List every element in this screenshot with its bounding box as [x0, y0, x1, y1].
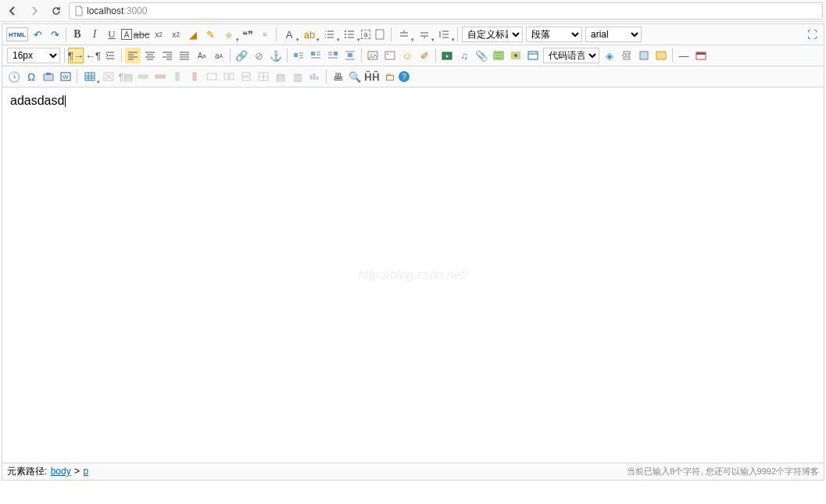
fullscreen-icon[interactable]: ⛶: [804, 27, 820, 42]
forward-button[interactable]: [25, 2, 44, 20]
formatmatch-icon[interactable]: ✎: [202, 27, 218, 42]
inserttable-icon[interactable]: ▾: [80, 69, 99, 84]
attachment-icon[interactable]: 📎: [474, 48, 489, 63]
path-p[interactable]: p: [83, 466, 88, 477]
cleardoc-icon[interactable]: [372, 27, 388, 42]
superscript-icon[interactable]: x2: [151, 27, 166, 42]
emotion-icon[interactable]: ☺: [399, 48, 415, 63]
justifyjustify-icon[interactable]: [177, 48, 192, 63]
map-icon[interactable]: [491, 48, 506, 63]
pasteplain-icon[interactable]: ≡: [257, 27, 273, 42]
imagenone-icon[interactable]: [291, 48, 306, 63]
justifyleft-icon[interactable]: [125, 48, 141, 63]
indent-icon[interactable]: [102, 48, 118, 63]
rowspacingbottom-icon[interactable]: ▾: [415, 27, 434, 42]
separator: [276, 27, 277, 41]
deletecol-icon[interactable]: [187, 69, 202, 84]
splittocols-icon[interactable]: ▥: [290, 69, 306, 84]
simpleupload-icon[interactable]: [365, 48, 381, 63]
help-icon[interactable]: ?: [399, 71, 409, 82]
autotypeset-icon[interactable]: ⟐▾: [220, 27, 238, 42]
justifyright-icon[interactable]: [159, 48, 175, 63]
fontfamily-select[interactable]: arial: [585, 27, 642, 42]
print-icon[interactable]: 🖶: [330, 69, 345, 84]
gmap-icon[interactable]: [508, 48, 524, 63]
underline-icon[interactable]: U: [104, 27, 120, 42]
blockquote-icon[interactable]: ❝❞: [240, 27, 256, 42]
imagecenter-icon[interactable]: [342, 48, 358, 63]
directionalityrtl-icon[interactable]: ←¶: [85, 48, 101, 63]
searchreplace-icon[interactable]: ḦḦ: [364, 69, 380, 84]
separator: [435, 48, 436, 63]
tolowercase-icon[interactable]: aA: [211, 48, 227, 63]
rowspacingtop-icon[interactable]: ▾: [395, 27, 413, 42]
insertorderedlist-icon[interactable]: ▾: [320, 27, 339, 42]
lineheight-icon[interactable]: ▾: [435, 27, 454, 42]
webapp-icon[interactable]: ◈: [602, 48, 617, 63]
source-button[interactable]: HTML: [6, 27, 28, 41]
insertimage-icon[interactable]: [382, 48, 398, 63]
selectall-icon[interactable]: a: [361, 30, 370, 39]
fontsize-select[interactable]: 16px: [7, 48, 60, 63]
touppercase-icon[interactable]: Aa: [194, 48, 209, 63]
reload-button[interactable]: [47, 2, 66, 20]
svg-rect-20: [656, 52, 666, 59]
drafts-icon[interactable]: 🗀: [381, 69, 397, 84]
pagebreak-icon[interactable]: [619, 48, 635, 63]
preview-icon[interactable]: 🔍: [347, 69, 363, 84]
insertparagraphbeforetable-icon[interactable]: ¶▤: [118, 69, 134, 84]
imageleft-icon[interactable]: [308, 48, 324, 63]
svg-rect-27: [85, 73, 95, 80]
date-icon[interactable]: [693, 48, 709, 63]
mergedown-icon[interactable]: [238, 69, 254, 84]
insertvideo-icon[interactable]: [439, 48, 455, 63]
insertcol-icon[interactable]: [170, 69, 185, 84]
redo-icon[interactable]: ↷: [47, 27, 63, 42]
insertframe-icon[interactable]: [525, 48, 541, 63]
italic-icon[interactable]: I: [87, 27, 102, 42]
mergecells-icon[interactable]: [204, 69, 220, 84]
deletetable-icon[interactable]: [101, 69, 116, 84]
justifycenter-icon[interactable]: [142, 48, 158, 63]
music-icon[interactable]: ♫: [456, 48, 472, 63]
link-icon[interactable]: 🔗: [234, 48, 249, 63]
separator: [457, 27, 458, 41]
paragraph-select[interactable]: 段落: [526, 27, 582, 42]
fontborder-icon[interactable]: A: [121, 29, 132, 40]
mergeright-icon[interactable]: [221, 69, 237, 84]
customstyle-select[interactable]: 自定义标题: [462, 27, 523, 42]
insertcode-select[interactable]: 代码语言: [543, 48, 599, 63]
imageright-icon[interactable]: [325, 48, 341, 63]
svg-rect-4: [294, 53, 298, 57]
forecolor-icon[interactable]: A▾: [280, 27, 299, 42]
unlink-icon[interactable]: ⊘: [251, 48, 266, 63]
spechars-icon[interactable]: Ω: [23, 69, 39, 84]
splittocells-icon[interactable]: [256, 69, 271, 84]
anchor-icon[interactable]: ⚓: [268, 48, 284, 63]
snapscreen-icon[interactable]: [41, 69, 56, 84]
background-icon[interactable]: [653, 48, 669, 63]
time-icon[interactable]: 🕓: [6, 69, 22, 84]
backcolor-icon[interactable]: ab▾: [300, 27, 319, 42]
deleterow-icon[interactable]: [152, 69, 168, 84]
splittorows-icon[interactable]: ▤: [273, 69, 288, 84]
charts-icon[interactable]: [307, 69, 323, 84]
back-button[interactable]: [3, 2, 22, 20]
strikethrough-icon[interactable]: abc: [134, 27, 149, 42]
insertunorderedlist-icon[interactable]: ▾: [341, 27, 359, 42]
insertrow-icon[interactable]: [135, 69, 151, 84]
undo-icon[interactable]: ↶: [30, 27, 45, 42]
path-body[interactable]: body: [51, 466, 71, 477]
horizontal-icon[interactable]: —: [676, 48, 692, 63]
subscript-icon[interactable]: x2: [168, 27, 184, 42]
template-icon[interactable]: [636, 48, 652, 63]
scrawl-icon[interactable]: ✐: [417, 48, 432, 63]
ueditor: HTML ↶ ↷ B I U A abc x2 x2 ◢ ✎ ⟐▾ ❝❞ ≡ A…: [2, 23, 824, 481]
url-bar[interactable]: localhost:3000: [69, 2, 823, 20]
removeformat-icon[interactable]: ◢: [185, 27, 201, 42]
bold-icon[interactable]: B: [70, 27, 85, 42]
directionalityltr-icon[interactable]: ¶→: [68, 48, 84, 63]
wordimage-icon[interactable]: W: [58, 69, 73, 84]
editor-content[interactable]: adasdasd http://blog.csdn.net/: [2, 88, 824, 463]
svg-rect-32: [193, 73, 196, 80]
